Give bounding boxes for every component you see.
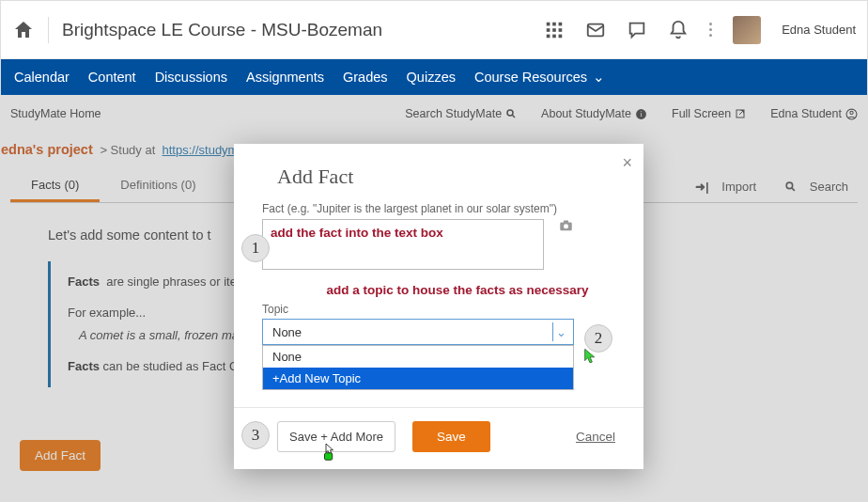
nav-assignments[interactable]: Assignments <box>246 70 324 85</box>
nav-quizzes[interactable]: Quizzes <box>407 70 456 85</box>
camera-icon[interactable] <box>559 219 573 231</box>
mail-icon[interactable] <box>585 20 606 40</box>
nav-content[interactable]: Content <box>88 70 136 85</box>
svg-rect-8 <box>559 34 563 38</box>
page-body: StudyMate Home Search StudyMate About St… <box>1 95 867 501</box>
svg-rect-4 <box>552 28 556 32</box>
chevron-down-icon: ⌄ <box>552 322 569 341</box>
save-add-more-button[interactable]: Save + Add More <box>277 421 395 452</box>
step-badge-2: 2 <box>584 324 612 353</box>
svg-rect-7 <box>552 34 556 38</box>
user-name-label[interactable]: Edna Student <box>782 23 856 37</box>
course-title[interactable]: Brightspace LE Course - MSU-Bozeman <box>62 20 544 40</box>
svg-rect-5 <box>559 28 563 32</box>
step-badge-3: 3 <box>241 421 270 449</box>
topic-selected-value: None <box>272 325 302 339</box>
nav-grades[interactable]: Grades <box>343 70 388 85</box>
home-icon[interactable] <box>12 19 35 41</box>
avatar[interactable] <box>733 16 761 44</box>
close-icon[interactable]: × <box>622 153 632 173</box>
fact-textarea[interactable]: add the fact into the text box <box>262 219 544 270</box>
course-navbar: Calendar Content Discussions Assignments… <box>1 59 867 95</box>
nav-calendar[interactable]: Calendar <box>14 70 70 85</box>
topic-select[interactable]: None ⌄ <box>262 319 574 345</box>
svg-rect-19 <box>564 221 568 224</box>
modal-title: Add Fact <box>234 144 643 202</box>
nav-discussions[interactable]: Discussions <box>155 70 227 85</box>
topic-field-label: Topic <box>262 303 615 316</box>
more-icon[interactable] <box>709 23 712 37</box>
svg-rect-3 <box>547 28 550 32</box>
topbar: Brightspace LE Course - MSU-Bozeman Edna… <box>1 1 867 59</box>
modal-footer: Save + Add More Save Cancel <box>234 407 643 469</box>
svg-rect-2 <box>559 22 563 25</box>
nav-course-resources[interactable]: Course Resources ⌄ <box>474 70 605 85</box>
annotation-2: add a topic to house the facts as necess… <box>300 283 615 297</box>
fact-field-label: Fact (e.g. "Jupiter is the largest plane… <box>262 202 615 215</box>
save-button[interactable]: Save <box>412 421 490 452</box>
step-badge-1: 1 <box>241 234 270 262</box>
add-fact-modal: × Add Fact Fact (e.g. "Jupiter is the la… <box>234 144 643 469</box>
apps-grid-icon[interactable] <box>544 20 565 40</box>
chat-icon[interactable] <box>627 20 647 40</box>
svg-rect-0 <box>547 22 550 25</box>
topic-option-add-new[interactable]: +Add New Topic <box>263 368 573 389</box>
bell-icon[interactable] <box>668 20 689 40</box>
divider <box>48 17 49 43</box>
svg-rect-1 <box>552 22 556 25</box>
topic-dropdown: None +Add New Topic <box>262 345 574 390</box>
svg-rect-6 <box>547 34 550 38</box>
annotation-1: add the fact into the text box <box>271 226 443 240</box>
topic-option-none[interactable]: None <box>263 346 573 368</box>
cancel-link[interactable]: Cancel <box>576 430 615 444</box>
svg-point-18 <box>564 224 568 228</box>
